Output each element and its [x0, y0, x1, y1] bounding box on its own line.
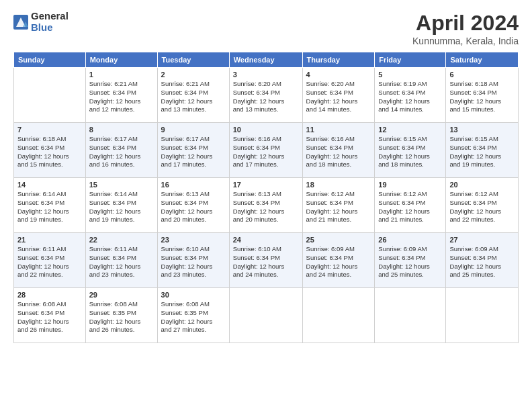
day-number: 21	[17, 236, 82, 244]
calendar-cell: 26Sunrise: 6:09 AMSunset: 6:34 PMDayligh…	[375, 233, 446, 288]
day-info: Sunrise: 6:14 AMSunset: 6:34 PMDaylight:…	[17, 190, 82, 224]
day-number: 3	[233, 71, 299, 79]
day-info: Sunrise: 6:10 AMSunset: 6:34 PMDaylight:…	[233, 245, 299, 279]
day-number: 1	[89, 71, 154, 79]
day-number: 15	[89, 181, 154, 189]
day-info: Sunrise: 6:21 AMSunset: 6:34 PMDaylight:…	[89, 80, 154, 114]
header-row: SundayMondayTuesdayWednesdayThursdayFrid…	[14, 52, 519, 68]
day-number: 10	[233, 126, 299, 134]
logo-blue: Blue	[31, 22, 69, 34]
day-info: Sunrise: 6:13 AMSunset: 6:34 PMDaylight:…	[161, 190, 226, 224]
day-number: 17	[233, 181, 299, 189]
day-info: Sunrise: 6:09 AMSunset: 6:34 PMDaylight:…	[449, 245, 515, 279]
header: General Blue April 2024 Kunnumma, Kerala…	[13, 11, 519, 46]
day-number: 29	[89, 291, 154, 299]
day-number: 2	[161, 71, 226, 79]
day-number: 22	[89, 236, 154, 244]
calendar-cell: 10Sunrise: 6:16 AMSunset: 6:34 PMDayligh…	[229, 123, 302, 178]
main-title: April 2024	[412, 11, 519, 36]
calendar-cell: 13Sunrise: 6:15 AMSunset: 6:34 PMDayligh…	[446, 123, 519, 178]
day-number: 18	[306, 181, 371, 189]
day-number: 5	[378, 71, 442, 79]
calendar-cell	[302, 288, 375, 343]
calendar-cell	[375, 288, 446, 343]
calendar-cell: 8Sunrise: 6:17 AMSunset: 6:34 PMDaylight…	[85, 123, 157, 178]
day-info: Sunrise: 6:15 AMSunset: 6:34 PMDaylight:…	[449, 135, 515, 169]
calendar-cell: 3Sunrise: 6:20 AMSunset: 6:34 PMDaylight…	[229, 68, 302, 123]
day-info: Sunrise: 6:11 AMSunset: 6:34 PMDaylight:…	[17, 245, 82, 279]
col-header-monday: Monday	[85, 52, 157, 68]
day-info: Sunrise: 6:17 AMSunset: 6:34 PMDaylight:…	[161, 135, 226, 169]
day-info: Sunrise: 6:21 AMSunset: 6:34 PMDaylight:…	[161, 80, 226, 114]
calendar-cell: 5Sunrise: 6:19 AMSunset: 6:34 PMDaylight…	[375, 68, 446, 123]
calendar-cell: 7Sunrise: 6:18 AMSunset: 6:34 PMDaylight…	[14, 123, 86, 178]
calendar-cell: 18Sunrise: 6:12 AMSunset: 6:34 PMDayligh…	[302, 178, 375, 233]
calendar-row: 7Sunrise: 6:18 AMSunset: 6:34 PMDaylight…	[14, 123, 519, 178]
day-number: 13	[449, 126, 515, 134]
day-number: 25	[306, 236, 371, 244]
col-header-wednesday: Wednesday	[229, 52, 302, 68]
calendar-cell: 30Sunrise: 6:08 AMSunset: 6:35 PMDayligh…	[157, 288, 229, 343]
day-number: 8	[89, 126, 154, 134]
day-info: Sunrise: 6:14 AMSunset: 6:34 PMDaylight:…	[89, 190, 154, 224]
day-number: 20	[449, 181, 515, 189]
calendar-cell: 28Sunrise: 6:08 AMSunset: 6:34 PMDayligh…	[14, 288, 86, 343]
logo-text: General Blue	[31, 11, 69, 33]
day-info: Sunrise: 6:20 AMSunset: 6:34 PMDaylight:…	[233, 80, 299, 114]
calendar-row: 28Sunrise: 6:08 AMSunset: 6:34 PMDayligh…	[14, 288, 519, 343]
day-number: 19	[378, 181, 442, 189]
col-header-friday: Friday	[375, 52, 446, 68]
col-header-tuesday: Tuesday	[157, 52, 229, 68]
col-header-sunday: Sunday	[14, 52, 86, 68]
day-number: 12	[378, 126, 442, 134]
page: General Blue April 2024 Kunnumma, Kerala…	[0, 0, 532, 411]
day-info: Sunrise: 6:08 AMSunset: 6:35 PMDaylight:…	[89, 300, 154, 334]
day-info: Sunrise: 6:08 AMSunset: 6:34 PMDaylight:…	[17, 300, 82, 334]
day-number: 11	[306, 126, 371, 134]
day-number: 9	[161, 126, 226, 134]
col-header-saturday: Saturday	[446, 52, 519, 68]
day-info: Sunrise: 6:19 AMSunset: 6:34 PMDaylight:…	[378, 80, 442, 114]
day-number: 16	[161, 181, 226, 189]
day-info: Sunrise: 6:12 AMSunset: 6:34 PMDaylight:…	[378, 190, 442, 224]
calendar-row: 14Sunrise: 6:14 AMSunset: 6:34 PMDayligh…	[14, 178, 519, 233]
calendar-cell	[14, 68, 86, 123]
calendar-cell: 20Sunrise: 6:12 AMSunset: 6:34 PMDayligh…	[446, 178, 519, 233]
day-info: Sunrise: 6:09 AMSunset: 6:34 PMDaylight:…	[306, 245, 371, 279]
calendar-row: 21Sunrise: 6:11 AMSunset: 6:34 PMDayligh…	[14, 233, 519, 288]
logo-icon	[13, 15, 28, 30]
calendar-cell: 2Sunrise: 6:21 AMSunset: 6:34 PMDaylight…	[157, 68, 229, 123]
calendar-cell	[229, 288, 302, 343]
calendar-cell: 25Sunrise: 6:09 AMSunset: 6:34 PMDayligh…	[302, 233, 375, 288]
calendar-cell: 17Sunrise: 6:13 AMSunset: 6:34 PMDayligh…	[229, 178, 302, 233]
calendar-cell: 22Sunrise: 6:11 AMSunset: 6:34 PMDayligh…	[85, 233, 157, 288]
calendar-cell: 15Sunrise: 6:14 AMSunset: 6:34 PMDayligh…	[85, 178, 157, 233]
calendar-cell: 9Sunrise: 6:17 AMSunset: 6:34 PMDaylight…	[157, 123, 229, 178]
day-number: 7	[17, 126, 82, 134]
calendar-cell: 19Sunrise: 6:12 AMSunset: 6:34 PMDayligh…	[375, 178, 446, 233]
day-number: 23	[161, 236, 226, 244]
logo: General Blue	[13, 11, 69, 33]
day-number: 24	[233, 236, 299, 244]
day-info: Sunrise: 6:13 AMSunset: 6:34 PMDaylight:…	[233, 190, 299, 224]
title-block: April 2024 Kunnumma, Kerala, India	[412, 11, 519, 46]
day-number: 27	[449, 236, 515, 244]
day-info: Sunrise: 6:18 AMSunset: 6:34 PMDaylight:…	[17, 135, 82, 169]
logo-general: General	[31, 11, 69, 22]
calendar-cell: 23Sunrise: 6:10 AMSunset: 6:34 PMDayligh…	[157, 233, 229, 288]
calendar-cell	[446, 288, 519, 343]
day-number: 28	[17, 291, 82, 299]
calendar-cell: 1Sunrise: 6:21 AMSunset: 6:34 PMDaylight…	[85, 68, 157, 123]
day-info: Sunrise: 6:20 AMSunset: 6:34 PMDaylight:…	[306, 80, 371, 114]
calendar-cell: 24Sunrise: 6:10 AMSunset: 6:34 PMDayligh…	[229, 233, 302, 288]
day-info: Sunrise: 6:17 AMSunset: 6:34 PMDaylight:…	[89, 135, 154, 169]
col-header-thursday: Thursday	[302, 52, 375, 68]
calendar-table: SundayMondayTuesdayWednesdayThursdayFrid…	[13, 52, 519, 343]
day-info: Sunrise: 6:15 AMSunset: 6:34 PMDaylight:…	[378, 135, 442, 169]
day-info: Sunrise: 6:16 AMSunset: 6:34 PMDaylight:…	[306, 135, 371, 169]
day-info: Sunrise: 6:16 AMSunset: 6:34 PMDaylight:…	[233, 135, 299, 169]
calendar-cell: 12Sunrise: 6:15 AMSunset: 6:34 PMDayligh…	[375, 123, 446, 178]
calendar-cell: 16Sunrise: 6:13 AMSunset: 6:34 PMDayligh…	[157, 178, 229, 233]
calendar-cell: 4Sunrise: 6:20 AMSunset: 6:34 PMDaylight…	[302, 68, 375, 123]
day-info: Sunrise: 6:18 AMSunset: 6:34 PMDaylight:…	[449, 80, 515, 114]
